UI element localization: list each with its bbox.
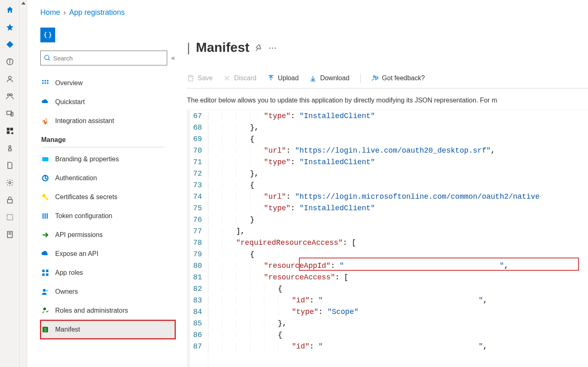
nav-authentication[interactable]: Authentication <box>40 169 175 188</box>
nav-api-permissions[interactable]: API permissions <box>40 225 175 244</box>
code-line[interactable]: "resourceAccess": [ <box>208 272 540 283</box>
manage-section-header: Manage <box>41 136 165 147</box>
nav-expose-api[interactable]: Expose an API <box>40 244 175 263</box>
svg-rect-25 <box>47 82 48 84</box>
collapse-nav-icon[interactable]: « <box>171 54 175 62</box>
svg-point-36 <box>43 289 46 292</box>
save-icon <box>187 74 194 82</box>
diamond-icon[interactable] <box>5 39 15 49</box>
nav-label: Certificates & secrets <box>55 193 117 201</box>
code-line[interactable]: "type": "Scope" <box>208 306 540 318</box>
server-icon[interactable] <box>5 230 15 239</box>
star-icon[interactable] <box>5 22 15 32</box>
document-icon[interactable] <box>5 160 15 170</box>
upload-button[interactable]: Upload <box>267 74 299 82</box>
key-icon <box>41 193 49 201</box>
scrollbar[interactable] <box>20 0 27 367</box>
square-dots-icon[interactable] <box>5 212 15 222</box>
nav-label: Manifest <box>55 326 80 333</box>
svg-rect-41 <box>189 75 192 77</box>
svg-rect-31 <box>47 213 48 218</box>
json-editor[interactable]: 6768697071727374757677787980818283848586… <box>187 110 588 367</box>
svg-point-4 <box>7 94 9 96</box>
code-line[interactable]: } <box>208 214 540 225</box>
nav-label: Overview <box>55 79 83 87</box>
user-icon[interactable] <box>5 74 15 84</box>
scroll-up-icon[interactable] <box>21 2 26 5</box>
nav-roles-admin[interactable]: Roles and administrators <box>40 301 175 320</box>
breadcrumb-home[interactable]: Home <box>40 8 60 17</box>
nav-owners[interactable]: Owners <box>40 282 175 301</box>
feedback-button[interactable]: Got feedback? <box>371 74 425 82</box>
nav-app-roles[interactable]: App roles <box>40 263 175 282</box>
svg-rect-26 <box>42 157 49 161</box>
toolbar: Save Discard Upload Download Got fe <box>187 73 588 88</box>
admin-icon <box>41 307 49 315</box>
identity-icon[interactable] <box>5 143 15 153</box>
svg-point-2 <box>9 60 10 60</box>
code-line[interactable]: "url": "https://login.live.com/oauth20_d… <box>208 145 540 156</box>
code-line[interactable]: "requiredResourceAccess": [ <box>208 237 540 249</box>
code-line[interactable]: { <box>208 133 540 145</box>
search-input[interactable] <box>40 51 167 65</box>
nav-label: Token configuration <box>55 212 112 220</box>
svg-rect-22 <box>47 80 48 81</box>
lock-icon[interactable] <box>5 195 15 205</box>
pin-icon[interactable] <box>255 44 263 51</box>
toolbar-label: Save <box>198 74 212 82</box>
svg-rect-13 <box>8 149 11 151</box>
more-icon[interactable]: ⋯ <box>268 43 278 53</box>
manifest-icon: {} <box>41 325 49 334</box>
download-button[interactable]: Download <box>309 74 349 82</box>
svg-point-42 <box>373 76 375 78</box>
svg-rect-35 <box>46 274 49 276</box>
code-line[interactable]: "id": " ", <box>208 295 540 306</box>
nav-certificates[interactable]: Certificates & secrets <box>40 188 175 207</box>
search-field[interactable] <box>53 55 163 62</box>
code-line[interactable]: { <box>208 283 540 295</box>
arrow-right-icon <box>41 231 49 239</box>
editor-code-area[interactable]: "type": "InstalledClient" }, { "url": "h… <box>208 110 540 367</box>
code-line[interactable]: { <box>208 179 540 191</box>
apps-grid-icon[interactable] <box>5 126 15 136</box>
code-line[interactable]: "type": "InstalledClient" <box>208 110 540 122</box>
nav-integration-assistant[interactable]: Integration assistant <box>40 111 175 130</box>
nav-manifest[interactable]: {} Manifest <box>40 320 175 339</box>
svg-rect-10 <box>7 131 9 134</box>
nav-label: Expose an API <box>55 250 98 258</box>
svg-rect-20 <box>42 80 44 81</box>
cloud-upload-icon <box>41 250 49 258</box>
info-icon[interactable] <box>5 57 15 67</box>
nav-quickstart[interactable]: Quickstart <box>40 93 175 111</box>
svg-rect-15 <box>7 200 12 203</box>
code-line[interactable]: "url": "https://login.microsoftonline.co… <box>208 191 540 202</box>
code-line[interactable]: "resourceAppId": " ", <box>208 260 540 272</box>
code-line[interactable]: "type": "InstalledClient" <box>208 202 540 214</box>
code-line[interactable]: { <box>208 329 540 341</box>
code-line[interactable]: ], <box>208 225 540 237</box>
svg-point-12 <box>9 146 11 148</box>
code-line[interactable]: { <box>208 249 540 260</box>
nav-token-config[interactable]: Token configuration <box>40 207 175 225</box>
nav-label: API permissions <box>55 231 103 239</box>
code-line[interactable]: }, <box>208 318 540 329</box>
code-line[interactable]: "id": " ", <box>208 341 540 352</box>
devices-icon[interactable] <box>5 109 15 118</box>
code-line[interactable]: }, <box>208 168 540 179</box>
home-icon[interactable] <box>5 5 15 15</box>
search-icon <box>44 55 51 61</box>
gear-icon[interactable] <box>5 178 15 188</box>
nav-label: Authentication <box>55 174 97 182</box>
toolbar-label: Download <box>320 74 349 82</box>
bars-icon <box>41 212 49 220</box>
nav-branding[interactable]: Branding & properties <box>40 150 175 169</box>
group-icon[interactable] <box>5 91 15 101</box>
download-icon <box>309 74 317 82</box>
breadcrumb-app-registrations[interactable]: App registrations <box>69 8 125 17</box>
cloud-icon <box>41 98 49 106</box>
feedback-icon <box>371 74 379 82</box>
code-line[interactable]: }, <box>208 122 540 133</box>
code-line[interactable]: "type": "InstalledClient" <box>208 156 540 168</box>
divider <box>360 73 361 83</box>
nav-overview[interactable]: Overview <box>40 74 175 93</box>
